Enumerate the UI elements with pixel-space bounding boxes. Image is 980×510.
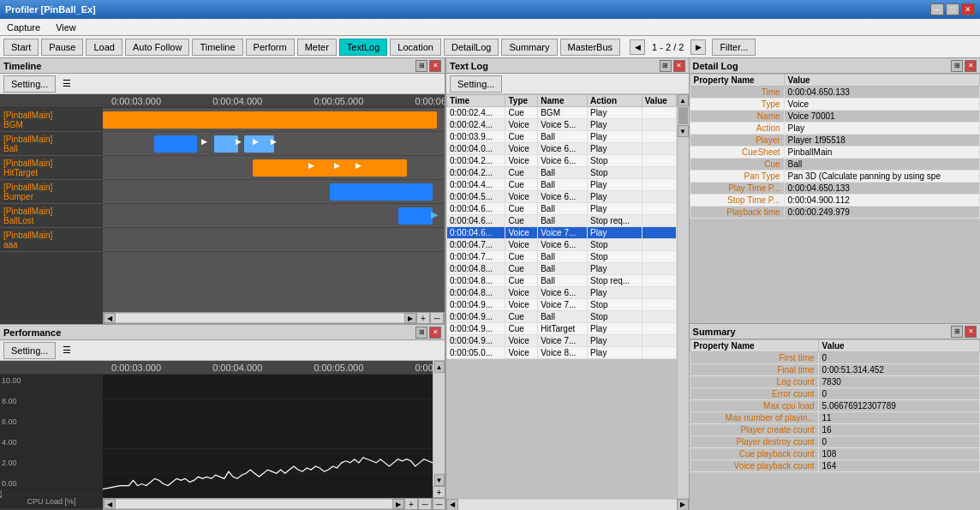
toolbar-location[interactable]: Location [390,39,441,56]
detail-row: Time 0:00:04.650.133 [690,87,979,99]
close-button[interactable]: ✕ [961,3,975,15]
log-row[interactable]: 0:00:04.2... Voice Voice 6... Stop [447,155,677,167]
summary-prop-value: 164 [818,460,979,472]
log-row[interactable]: 0:00:04.8... Cue Ball Play [447,263,677,275]
log-row[interactable]: 0:00:03.9... Cue Ball Play [447,131,677,143]
log-row[interactable]: 0:00:04.7... Cue Ball Stop [447,251,677,263]
zoom-minus-btn[interactable]: ─ [430,312,444,324]
log-cell-action: Play [587,203,642,215]
log-row[interactable]: 0:00:04.8... Cue Ball Stop req... [447,275,677,287]
timeline-close-btn[interactable]: ✕ [429,60,441,72]
perf-v-plus[interactable]: + [433,486,445,498]
filter-button[interactable]: Filter... [712,39,756,56]
timeline-scrollbar-h[interactable]: ◀ ▶ + ─ [103,312,445,324]
toolbar-detaillog[interactable]: DetailLog [444,39,499,56]
log-cell-name: Ball [538,131,588,143]
log-row[interactable]: 0:00:04.6... Cue Ball Stop req... [447,215,677,227]
log-row[interactable]: 0:00:04.7... Voice Voice 6... Stop [447,239,677,251]
summary-close-btn[interactable]: ✕ [965,326,977,338]
minimize-button[interactable]: ─ [930,3,944,15]
log-row[interactable]: 0:00:04.2... Cue Ball Stop [447,167,677,179]
toolbar-meter[interactable]: Meter [297,39,337,56]
perf-zoom-plus[interactable]: + [404,498,418,510]
log-row[interactable]: 0:00:02.4... Voice Voice 5... Play [447,119,677,131]
summary-float-btn[interactable]: ⊞ [951,326,963,338]
toolbar-load[interactable]: Load [86,39,122,56]
log-cell-type: Voice [505,335,538,347]
detaillog-close-btn[interactable]: ✕ [965,60,977,72]
perf-vscroll-down[interactable]: ▼ [434,474,445,486]
log-row[interactable]: 0:00:04.9... Voice Voice 7... Play [447,335,677,347]
toolbar-perform[interactable]: Perform [246,39,295,56]
textlog-vscrollbar[interactable]: ▲ ▼ [677,94,689,498]
log-row[interactable]: 0:00:04.8... Voice Voice 6... Play [447,287,677,299]
menu-capture[interactable]: Capture [3,21,44,33]
toolbar-summary[interactable]: Summary [501,39,557,56]
perf-close-btn[interactable]: ✕ [429,327,441,339]
toolbar-pause[interactable]: Pause [41,39,83,56]
perf-menu-icon[interactable]: ☰ [59,345,75,356]
toolbar-textlog[interactable]: TextLog [339,39,388,56]
timeline-menu-icon[interactable]: ☰ [59,78,75,89]
log-cell-time: 0:00:04.8... [447,275,505,287]
scroll-right-arrow[interactable]: ▶ [404,313,416,323]
timeline-settings-button[interactable]: Setting... [3,75,56,93]
detail-prop-value: Pan 3D (Calculate panning by using spe [784,171,979,183]
toolbar-autofollow[interactable]: Auto Follow [125,39,189,56]
perf-scrollbar-h[interactable]: ◀ ▶ + ─ [103,498,433,510]
log-cell-value [642,251,676,263]
log-cell-action: Stop [587,299,642,311]
hscroll-right-arrow[interactable]: ▶ [677,499,689,511]
summary-table: Property Name Value First time 0 Final t… [690,339,980,510]
perf-scroll-left[interactable]: ◀ [104,499,116,509]
nav-next-button[interactable]: ▶ [690,39,706,55]
log-row[interactable]: 0:00:05.0... Voice Voice 8... Play [447,347,677,359]
textlog-hscrollbar[interactable]: ◀ ▶ [446,498,689,510]
timeline-float-btn[interactable]: ⊞ [415,60,427,72]
textlog-settings-button[interactable]: Setting... [450,75,502,93]
vscroll-thumb[interactable] [678,107,688,124]
zoom-plus-btn[interactable]: + [416,312,430,324]
log-row[interactable]: 0:00:02.4... Cue BGM Play [447,107,677,119]
toolbar-timeline[interactable]: Timeline [192,39,242,56]
menu-bar: Capture View [0,19,980,36]
log-row[interactable]: 0:00:04.5... Voice Voice 6... Play [447,191,677,203]
vscroll-down-arrow[interactable]: ▼ [678,125,689,137]
log-row[interactable]: 0:00:04.4... Cue Ball Play [447,179,677,191]
hscroll-left-arrow[interactable]: ◀ [446,499,458,511]
toolbar-masterbus[interactable]: MasterBus [560,39,621,56]
log-row[interactable]: 0:00:04.0... Voice Voice 6... Play [447,143,677,155]
maximize-button[interactable]: □ [946,3,959,15]
textlog-close-btn[interactable]: ✕ [673,60,685,72]
log-cell-type: Voice [505,143,538,155]
detaillog-float-btn[interactable]: ⊞ [951,60,963,72]
perf-chart-container: 0:00:03.000 0:00:04.000 0:00:05.000 0:00… [103,361,433,510]
perf-float-btn[interactable]: ⊞ [415,327,427,339]
summary-row: Log count 7830 [690,376,979,388]
log-row[interactable]: 0:00:04.9... Cue Ball Stop [447,311,677,323]
y-label-0: 0.00 [2,479,17,488]
toolbar-start[interactable]: Start [3,39,39,56]
track-block-ball-1 [154,135,197,153]
log-cell-value [642,179,676,191]
log-row[interactable]: 0:00:04.9... Voice Voice 7... Stop [447,299,677,311]
scroll-left-arrow[interactable]: ◀ [104,313,116,323]
perf-scroll-right[interactable]: ▶ [392,499,404,509]
vscroll-up-arrow[interactable]: ▲ [678,94,689,106]
nav-prev-button[interactable]: ◀ [630,39,645,55]
track-label-bgm: [PinballMain]BGM [0,108,103,132]
detail-row: Name Voice 70001 [690,111,979,123]
log-row[interactable]: 0:00:04.6... Voice Voice 7... Play [447,227,677,239]
menu-view[interactable]: View [52,21,80,33]
textlog-controls: ⊞ ✕ [660,60,685,72]
perf-vscroll-up[interactable]: ▲ [434,361,445,373]
log-cell-time: 0:00:04.2... [447,167,505,179]
perf-v-minus[interactable]: ─ [433,498,445,510]
perf-zoom-minus[interactable]: ─ [418,498,432,510]
perf-settings-button[interactable]: Setting... [3,342,56,359]
summary-prop-value: 108 [818,448,979,460]
log-row[interactable]: 0:00:04.6... Cue Ball Play [447,203,677,215]
log-cell-action: Stop [587,155,642,167]
textlog-float-btn[interactable]: ⊞ [660,60,672,72]
log-row[interactable]: 0:00:04.9... Cue HitTarget Play [447,323,677,335]
